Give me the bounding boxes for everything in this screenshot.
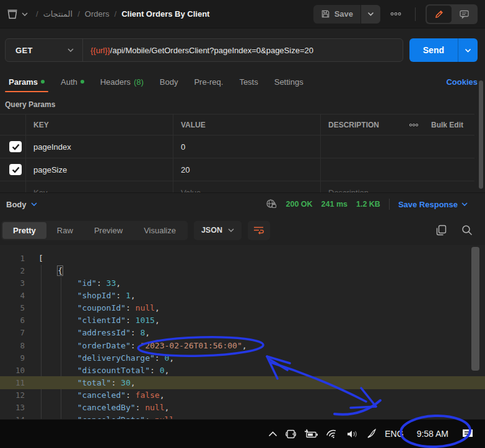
line-number: 7 — [0, 328, 25, 337]
breadcrumb-request-name[interactable]: Client Orders By Client — [121, 9, 209, 19]
bulk-edit-button[interactable]: Bulk Edit — [426, 114, 474, 135]
param-checkbox[interactable] — [9, 164, 22, 175]
send-options-button[interactable] — [458, 38, 478, 62]
tab-params[interactable]: Params — [5, 71, 48, 93]
param-key-cell[interactable]: pageIndex — [26, 136, 173, 158]
tab-tests[interactable]: Tests — [235, 71, 261, 93]
param-value-cell[interactable]: 20 — [173, 158, 321, 181]
save-response-button[interactable]: Save Response — [398, 200, 468, 209]
view-tab-preview[interactable]: Preview — [84, 222, 133, 239]
method-label: GET — [15, 46, 33, 55]
send-button-group: Send — [409, 38, 478, 62]
speaker-icon — [346, 429, 359, 439]
line-number: 12 — [0, 390, 25, 400]
chevron-down-icon — [367, 12, 374, 16]
tab-body[interactable]: Body — [156, 71, 182, 93]
edit-mode-button[interactable] — [427, 6, 452, 23]
view-tab-raw[interactable]: Raw — [46, 222, 84, 239]
code-line: 10 "discountTotal": 0, — [0, 364, 485, 376]
description-input[interactable]: Description — [321, 181, 401, 192]
line-number: 1 — [0, 254, 25, 263]
value-input[interactable]: Value — [173, 181, 321, 192]
tab-headers[interactable]: Headers (8) — [97, 71, 147, 93]
battery-charging-icon — [304, 429, 318, 439]
ellipsis-icon — [390, 12, 401, 16]
params-table: KEY VALUE DESCRIPTION Bulk Edit pageInde… — [0, 114, 474, 192]
url-input[interactable]: {{url}}/api/Mobile/GetOrdersClient?pageI… — [83, 39, 403, 61]
ellipsis-icon — [409, 123, 419, 127]
query-params-title: Query Params — [0, 93, 485, 114]
param-key-cell[interactable]: pageSize — [26, 158, 173, 181]
chevron-down-icon — [465, 48, 471, 53]
format-dropdown[interactable]: JSON — [194, 221, 242, 240]
tab-settings[interactable]: Settings — [271, 71, 307, 93]
tray-display-icon[interactable] — [281, 420, 300, 448]
column-value: VALUE — [173, 114, 321, 135]
params-placeholder-row: Key Value Description — [0, 181, 474, 192]
wrap-lines-button[interactable] — [248, 221, 270, 240]
line-number: 11 — [0, 378, 25, 387]
save-button[interactable]: Save — [313, 5, 360, 24]
code-line: 12 "canceled": false, — [0, 389, 485, 402]
response-body-dropdown[interactable]: Body — [6, 200, 37, 209]
tray-language[interactable]: ENG — [381, 420, 407, 448]
breadcrumb-workspace[interactable]: المنتجات — [43, 9, 73, 19]
tab-prereq[interactable]: Pre-req. — [190, 71, 227, 93]
network-info-icon[interactable] — [266, 199, 277, 210]
comments-button[interactable] — [452, 6, 476, 23]
collection-menu-button[interactable] — [6, 9, 28, 20]
param-desc-cell[interactable] — [321, 136, 401, 158]
response-view-tabs: PrettyRawPreviewVisualize JSON — [0, 215, 485, 245]
collection-icon — [6, 9, 19, 20]
param-row: pageIndex0 — [0, 136, 474, 158]
method-selector[interactable]: GET — [6, 39, 83, 61]
send-button[interactable]: Send — [409, 38, 458, 62]
request-pane-scrollbar[interactable] — [479, 80, 483, 189]
param-checkbox[interactable] — [9, 141, 22, 152]
key-input[interactable]: Key — [26, 181, 173, 192]
breadcrumb-collection[interactable]: Orders — [85, 9, 110, 19]
tab-auth[interactable]: Auth — [57, 71, 88, 93]
more-actions-button[interactable] — [387, 12, 405, 16]
param-value-cell[interactable]: 0 — [173, 136, 321, 158]
chevron-down-icon — [68, 48, 74, 52]
param-desc-cell[interactable] — [321, 158, 401, 181]
response-status[interactable]: 200 OK — [286, 200, 312, 209]
line-number: 9 — [0, 353, 25, 363]
breadcrumb: / المنتجات / Orders / Client Orders By C… — [36, 9, 209, 19]
tray-wifi-icon[interactable] — [322, 420, 343, 448]
line-number: 14 — [0, 415, 25, 419]
response-size[interactable]: 1.2 KB — [356, 200, 380, 209]
tablet-mode-icon — [285, 429, 297, 439]
view-tab-pretty[interactable]: Pretty — [2, 222, 46, 239]
line-number: 6 — [0, 316, 25, 325]
comment-icon — [459, 9, 470, 19]
tray-volume-icon[interactable] — [343, 420, 362, 448]
copy-icon[interactable] — [436, 225, 447, 236]
tray-battery-icon[interactable] — [300, 420, 322, 448]
save-icon — [321, 9, 330, 19]
line-number: 10 — [0, 366, 25, 375]
search-icon[interactable] — [461, 225, 473, 236]
pencil-icon — [434, 9, 444, 19]
wifi-icon — [326, 429, 339, 439]
tray-clock[interactable]: 9:58 AM — [408, 420, 458, 448]
response-scrollbar[interactable] — [471, 247, 479, 371]
windows-taskbar: ENG 9:58 AM — [0, 420, 485, 448]
params-more-button[interactable] — [401, 114, 426, 135]
tray-pen-icon[interactable] — [362, 420, 381, 448]
response-body-editor[interactable]: 1[2 {3 "id": 33,4 "shopId": 1,5 "couponI… — [0, 245, 485, 419]
params-header-row: KEY VALUE DESCRIPTION Bulk Edit — [0, 114, 474, 136]
view-tab-visualize[interactable]: Visualize — [133, 222, 186, 239]
view-mode-group: PrettyRawPreviewVisualize — [1, 221, 188, 240]
code-line: 13 "canceledBy": null, — [0, 402, 485, 414]
action-center-button[interactable] — [458, 420, 478, 448]
line-number: 4 — [0, 291, 25, 300]
cookies-link[interactable]: Cookies — [446, 77, 478, 87]
tray-expand-button[interactable] — [264, 420, 281, 448]
line-number: 2 — [0, 266, 25, 275]
column-description: DESCRIPTION — [321, 114, 401, 135]
line-number: 8 — [0, 341, 25, 350]
save-options-button[interactable] — [360, 5, 380, 24]
response-time[interactable]: 241 ms — [321, 200, 347, 209]
